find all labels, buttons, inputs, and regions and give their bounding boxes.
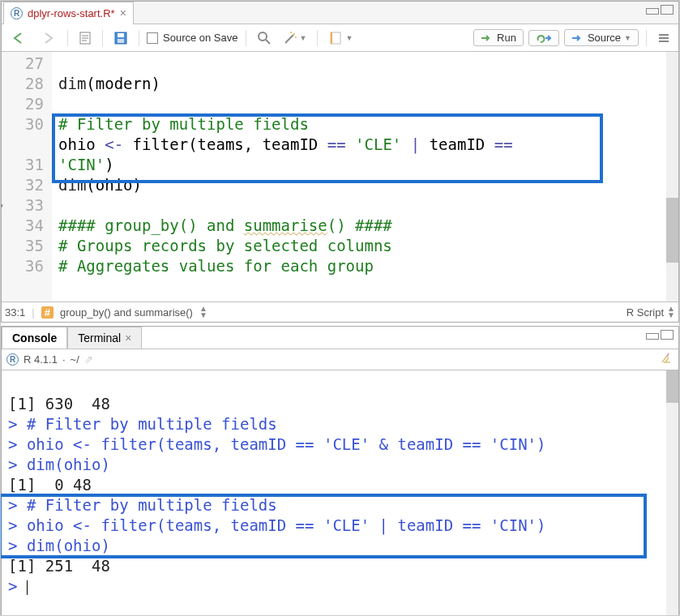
r-version-label: R 4.1.1: [24, 353, 58, 366]
working-dir-label[interactable]: ~/: [71, 353, 79, 366]
source-button[interactable]: Source ▼: [564, 29, 639, 46]
source-on-save-checkbox[interactable]: [147, 32, 158, 44]
r-logo-icon: R: [6, 353, 19, 366]
console-output[interactable]: [1] 630 48 > # Filter by multiple fields…: [2, 370, 678, 614]
svg-line-9: [285, 35, 293, 43]
console-info-bar: R R 4.1.1 · ~/ ⇗: [2, 349, 678, 370]
minimize-console-icon[interactable]: [646, 333, 659, 340]
console-tab-bar: Console Terminal ×: [2, 327, 678, 349]
console-pane-window-buttons: [646, 330, 674, 340]
svg-rect-14: [331, 32, 332, 44]
pane-window-buttons: [646, 5, 674, 15]
section-badge-icon: #: [41, 306, 53, 319]
editor-scroll-thumb[interactable]: [666, 198, 678, 263]
run-label: Run: [497, 32, 516, 44]
editor-statusbar: 33:1 | # group_by() and summarise() ▲▼ R…: [2, 302, 678, 322]
svg-point-12: [295, 36, 297, 38]
report-button[interactable]: ▼: [325, 29, 356, 47]
cursor-position: 33:1: [5, 306, 25, 319]
line-gutter: 27 28 29 30 31 32 ▾33 34 35 36: [2, 52, 52, 302]
r-file-icon: R: [11, 7, 23, 19]
svg-point-11: [290, 32, 292, 33]
svg-point-7: [259, 32, 267, 41]
clear-console-icon[interactable]: [659, 351, 674, 368]
wand-button[interactable]: ▼: [280, 29, 310, 47]
source-label: Source: [588, 32, 621, 44]
console-cursor: [27, 580, 28, 595]
code-area[interactable]: dim(modern) # Filter by multiple fields …: [52, 52, 522, 302]
minimize-pane-icon[interactable]: [646, 8, 659, 15]
find-button[interactable]: [254, 29, 275, 47]
code-editor[interactable]: 27 28 29 30 31 32 ▾33 34 35 36 dim(moder…: [2, 52, 678, 302]
go-to-dir-icon[interactable]: ⇗: [84, 353, 93, 366]
source-on-save-label: Source on Save: [163, 32, 238, 44]
language-label[interactable]: R Script: [627, 306, 664, 319]
language-selector-icon[interactable]: ▲▼: [667, 306, 675, 319]
file-tab[interactable]: R dplyr-rows-start.R* ×: [3, 2, 134, 24]
close-tab-icon[interactable]: ×: [120, 6, 126, 19]
editor-toolbar: Source on Save ▼ ▼ Run Source ▼: [2, 24, 678, 52]
svg-line-8: [266, 40, 270, 44]
editor-scrollbar[interactable]: [666, 52, 678, 302]
section-selector-icon[interactable]: ▲▼: [199, 306, 207, 319]
svg-rect-5: [118, 33, 124, 37]
svg-point-10: [293, 33, 295, 35]
run-button[interactable]: Run: [473, 29, 524, 46]
svg-line-18: [667, 353, 669, 357]
save-button[interactable]: [110, 29, 131, 47]
console-scroll-thumb[interactable]: [666, 370, 678, 403]
console-pane: Console Terminal × R R 4.1.1 · ~/ ⇗ [1] …: [1, 326, 679, 616]
source-pane: R dplyr-rows-start.R* × Source on Save: [1, 1, 679, 323]
section-name[interactable]: group_by() and summarise(): [60, 306, 193, 319]
editor-tab-bar: R dplyr-rows-start.R* ×: [2, 2, 678, 24]
console-scrollbar[interactable]: [666, 370, 678, 615]
rerun-button[interactable]: [528, 30, 559, 46]
maximize-console-icon[interactable]: [661, 330, 674, 340]
svg-rect-6: [118, 39, 124, 43]
show-document-button[interactable]: [75, 29, 95, 47]
tab-console[interactable]: Console: [2, 327, 67, 349]
file-name-label: dplyr-rows-start.R*: [28, 7, 115, 19]
tab-terminal[interactable]: Terminal ×: [67, 327, 142, 349]
forward-button[interactable]: [36, 29, 60, 47]
maximize-pane-icon[interactable]: [661, 5, 674, 15]
close-terminal-icon[interactable]: ×: [125, 332, 131, 344]
outline-button[interactable]: [654, 30, 674, 46]
back-button[interactable]: [6, 29, 31, 47]
